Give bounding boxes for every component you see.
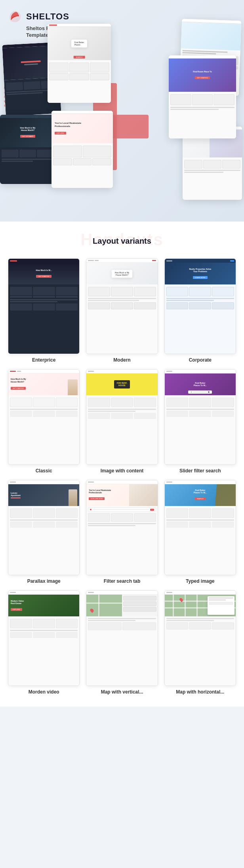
variant-label-morden-video: Morden video bbox=[29, 689, 59, 695]
variant-item-image-with-content: FOR RENT,HOUSE bbox=[86, 369, 158, 474]
variant-label-modern: Modern bbox=[113, 357, 130, 363]
variant-item-morden-video: Modern VideoReal Estate EXPLORE bbox=[8, 590, 80, 695]
variant-item-modern: How Much is MyHouse Worth? bbox=[86, 258, 158, 363]
variant-item-filter-search-tab: You're Local RealestateProfessionals EXP… bbox=[86, 480, 158, 584]
variant-preview-map-vertical[interactable] bbox=[86, 590, 158, 686]
variant-label-map-vertical: Map with vertical... bbox=[101, 689, 143, 695]
header-mockup-2: Find BetterPlaces SEARCH bbox=[48, 24, 111, 103]
variant-item-map-vertical: Map with vertical... bbox=[86, 590, 158, 695]
header-mockup-4: Find Room Place To GET STARTED bbox=[169, 55, 236, 138]
variant-preview-modern[interactable]: How Much is MyHouse Worth? bbox=[86, 258, 158, 354]
variant-label-slider-filter-search: Slider filter search bbox=[179, 468, 221, 474]
variants-grid: How Much Is M... GET STARTED bbox=[8, 258, 236, 695]
variant-label-classic: Classic bbox=[36, 468, 52, 474]
variant-item-typed-image: Find BetterPlaces To W... SEARCH bbox=[164, 480, 236, 584]
variant-preview-image-with-content[interactable]: FOR RENT,HOUSE bbox=[86, 369, 158, 465]
variant-item-slider-filter-search: Find BetterPlaces To W... bbox=[164, 369, 236, 474]
variant-preview-classic[interactable]: How Much Is MyHouse Worth? GET STARTED bbox=[8, 369, 80, 465]
variant-preview-filter-search-tab[interactable]: You're Local RealestateProfessionals EXP… bbox=[86, 480, 158, 576]
variant-preview-map-horizontal[interactable] bbox=[164, 590, 236, 686]
variant-label-enterprice: Enterprice bbox=[32, 357, 55, 363]
variant-preview-parallax-image[interactable]: LuxuryApartment bbox=[8, 480, 80, 576]
variant-item-parallax-image: LuxuryApartment bbox=[8, 480, 80, 584]
brand-logo-icon bbox=[8, 9, 22, 24]
variant-item-map-horizontal: Map with horizontal... bbox=[164, 590, 236, 695]
variant-label-corporate: Corporate bbox=[189, 357, 212, 363]
variant-preview-typed-image[interactable]: Find BetterPlaces To W... SEARCH bbox=[164, 480, 236, 576]
section-title-wrapper: Handouts Layout variants bbox=[8, 233, 236, 249]
variant-label-filter-search-tab: Filter search tab bbox=[104, 578, 141, 584]
variant-item-enterprice: How Much Is M... GET STARTED bbox=[8, 258, 80, 363]
variant-preview-enterprice[interactable]: How Much Is M... GET STARTED bbox=[8, 258, 80, 354]
variant-item-classic: How Much Is MyHouse Worth? GET STARTED bbox=[8, 369, 80, 474]
variant-preview-morden-video[interactable]: Modern VideoReal Estate EXPLORE bbox=[8, 590, 80, 686]
header-mockup-5: You're Local RealestateProfessionals EXP… bbox=[51, 111, 113, 188]
variant-label-typed-image: Typed image bbox=[186, 578, 214, 584]
header-section: SHELTOS Sheltos Real EstateTemplate ✕ bbox=[0, 0, 244, 222]
variant-label-map-horizontal: Map with horizontal... bbox=[176, 689, 224, 695]
variant-label-image-with-content: Image with content bbox=[101, 468, 144, 474]
header-mockup-6: How Much is MyHouse Worth? GET ESTIMATE bbox=[0, 115, 55, 184]
layout-variants-section: Handouts Layout variants How Much Is M..… bbox=[0, 222, 244, 707]
section-title: Layout variants bbox=[8, 233, 236, 249]
brand-name: SHELTOS bbox=[26, 11, 69, 22]
variant-item-corporate: Realty Properties SolveYour Problems LEA… bbox=[164, 258, 236, 363]
variant-preview-slider-filter-search[interactable]: Find BetterPlaces To W... bbox=[164, 369, 236, 465]
variant-preview-corporate[interactable]: Realty Properties SolveYour Problems LEA… bbox=[164, 258, 236, 354]
variant-label-parallax-image: Parallax image bbox=[27, 578, 61, 584]
